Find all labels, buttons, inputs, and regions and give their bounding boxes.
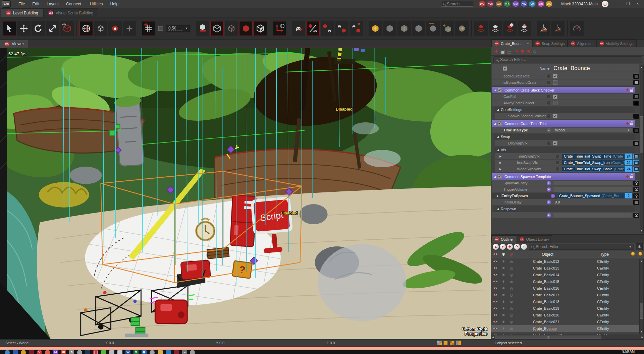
- component-enabled-checkbox[interactable]: ✔: [497, 121, 502, 126]
- menu-item-file[interactable]: File: [15, 1, 29, 7]
- select-target-icon[interactable]: ◎: [507, 260, 516, 263]
- notes-icon[interactable]: [633, 94, 639, 99]
- property-group-coresettings[interactable]: ◢CoreSettings: [494, 107, 635, 113]
- sync-game-button[interactable]: [350, 21, 363, 36]
- outliner-tab-outliner[interactable]: LVLOutliner: [491, 235, 517, 243]
- copy-icon[interactable]: ▣: [500, 49, 505, 54]
- param-hex-icon[interactable]: [555, 167, 559, 171]
- scale-tool-button[interactable]: [46, 21, 59, 36]
- menu-item-layout[interactable]: Layout: [43, 1, 62, 7]
- inspector-tab-visibility-settings[interactable]: LVLVisibility Settings: [596, 40, 636, 47]
- blue-app-icon[interactable]: [166, 350, 171, 354]
- visibility-eye-icon[interactable]: [491, 313, 499, 317]
- dark-blue-app-icon[interactable]: [85, 350, 90, 354]
- excel-icon[interactable]: X: [133, 350, 139, 354]
- outliner-row-crate_basic017[interactable]: ✱◎Crate_Basic017CEntity: [491, 292, 644, 298]
- tab-viewer[interactable]: LVL Viewer: [0, 40, 28, 48]
- expand-icon[interactable]: ▶: [499, 155, 503, 158]
- select-target-icon[interactable]: ◎: [507, 327, 516, 331]
- outliner-row-crate_basic019[interactable]: ✱◎Crate_Basic019CEntity: [491, 305, 644, 312]
- outliner-row-crate_basic018[interactable]: ✱◎Crate_Basic018CEntity: [491, 298, 644, 305]
- collapse-triangle-icon[interactable]: ◢: [494, 122, 497, 125]
- param-hex-icon[interactable]: [547, 101, 551, 105]
- outliner-row-crate_basic014[interactable]: ✱◎Crate_Basic014CEntity: [491, 272, 644, 278]
- param-hex-icon[interactable]: [547, 95, 551, 99]
- world-axis-button[interactable]: [273, 21, 286, 36]
- prefab-dim-button-2[interactable]: [397, 21, 411, 36]
- play-game-button[interactable]: [292, 21, 305, 36]
- entity-name-value[interactable]: Crate_Bounce: [553, 65, 637, 72]
- circle-app-icon[interactable]: [77, 350, 82, 354]
- freeze-gear-icon[interactable]: ✱: [499, 280, 507, 283]
- viewport-3d[interactable]: ?: [0, 48, 491, 339]
- param-diamond-icon[interactable]: ✦: [547, 187, 551, 192]
- select-target-icon[interactable]: ◎: [507, 293, 516, 297]
- photos-app-icon[interactable]: [21, 350, 26, 354]
- component-section-common-spawner-template[interactable]: ◢✔Common Spawner Template✚: [492, 173, 635, 180]
- param-hex-icon[interactable]: [547, 74, 551, 78]
- select-target-icon[interactable]: ◎: [507, 280, 516, 284]
- atom-add-icon[interactable]: ✹: [527, 49, 531, 54]
- module-badge-loc[interactable]: LOC: [546, 1, 552, 7]
- collapse-triangle-icon[interactable]: ◢: [497, 208, 501, 211]
- module-badge-cin[interactable]: CIN: [537, 1, 544, 7]
- freeze-gear-icon[interactable]: ✱: [499, 273, 507, 277]
- outliner-hscrollbar[interactable]: ◀ |||| ▶: [491, 335, 644, 339]
- filter-dot-icon[interactable]: [629, 252, 637, 257]
- visibility-eye-icon[interactable]: [491, 273, 499, 277]
- inspector-tab-crate-boun-[interactable]: LVLCrate_Boun...▲: [491, 40, 532, 47]
- editor-diamond-icon[interactable]: [29, 350, 34, 354]
- prefab-gold-button[interactable]: [369, 21, 382, 36]
- user-avatar-icon[interactable]: ☺: [602, 1, 608, 7]
- property-checkbox[interactable]: ✔: [553, 74, 557, 78]
- inspector-tab-snap-settings[interactable]: LVLSnap Settings: [532, 40, 568, 47]
- asset-grid-icon[interactable]: ▦: [633, 167, 639, 172]
- asset-reference-field[interactable]: Crate_TimeTrial_Swap_Iron(Crate_Ti...: [562, 160, 625, 165]
- asset-grid-icon[interactable]: ▦: [633, 160, 639, 165]
- terrain-layers-button[interactable]: [503, 21, 517, 36]
- param-hex-icon[interactable]: [555, 161, 559, 165]
- freeze-gear-icon[interactable]: ✱: [499, 267, 507, 270]
- grid-toggle-button[interactable]: [142, 21, 155, 36]
- entity-link-field[interactable]: [553, 213, 632, 218]
- collapse-triangle-icon[interactable]: ◢: [494, 175, 497, 178]
- outliner-row-crate_basic021[interactable]: ✱◎Crate_Basic021CEntity: [491, 318, 644, 325]
- collapse-triangle-icon[interactable]: ◢: [497, 135, 501, 138]
- simulate-button[interactable]: [225, 21, 238, 36]
- scroll-right-icon[interactable]: ▶: [642, 335, 643, 339]
- outliner-move-up-button[interactable]: ▲: [493, 244, 499, 250]
- geometry-mode-button[interactable]: [210, 21, 224, 36]
- notes-icon[interactable]: [633, 74, 639, 79]
- entity-link-field[interactable]: [553, 180, 632, 186]
- prefab-cube-icon[interactable]: [633, 213, 639, 218]
- remove-component-icon[interactable]: ✚: [626, 174, 629, 179]
- s-app-icon[interactable]: S: [69, 350, 74, 354]
- freeze-gear-icon[interactable]: ✱: [499, 287, 507, 290]
- param-diamond-icon[interactable]: ✦: [547, 200, 551, 204]
- chrome-icon[interactable]: [45, 350, 50, 354]
- property-checkbox[interactable]: ✔: [553, 95, 557, 99]
- param-hex-icon[interactable]: [555, 154, 559, 158]
- layout-split-icon[interactable]: [456, 341, 461, 345]
- asset-reference-field[interactable]: Crate_TimeTrial_Swap_Time(Crate_Ti...: [562, 154, 625, 159]
- freeze-gear-icon[interactable]: ✱: [499, 300, 507, 303]
- expand-icon[interactable]: ▶: [497, 194, 501, 197]
- select-target-icon[interactable]: ◎: [507, 287, 516, 290]
- freeze-gear-icon[interactable]: ✱: [499, 320, 507, 323]
- param-hex-icon[interactable]: [547, 141, 551, 145]
- select-target-icon[interactable]: ◎: [507, 273, 516, 277]
- freeze-gear-icon[interactable]: ✱: [499, 260, 507, 263]
- freeze-gear-icon[interactable]: ✱: [499, 307, 507, 310]
- layout-undo-icon[interactable]: [437, 341, 442, 345]
- param-diamond-icon[interactable]: ✦: [547, 181, 551, 185]
- collapse-triangle-icon[interactable]: ◢: [494, 88, 497, 92]
- terrain-red-button[interactable]: [474, 21, 488, 36]
- red-diamond-app-icon[interactable]: [174, 350, 179, 354]
- surface-snap-button[interactable]: [123, 21, 136, 36]
- prefab-add-gold-button[interactable]: [441, 21, 454, 36]
- windows-start-icon[interactable]: [5, 350, 10, 354]
- inspector-search-input[interactable]: Search Filter...: [493, 56, 642, 63]
- component-section-common-crate-time-trial[interactable]: ◢✔Common Crate Time Trial✚: [492, 120, 635, 127]
- component-enabled-checkbox[interactable]: ✔: [497, 88, 502, 92]
- module-badge-vfx[interactable]: VFX: [504, 1, 511, 7]
